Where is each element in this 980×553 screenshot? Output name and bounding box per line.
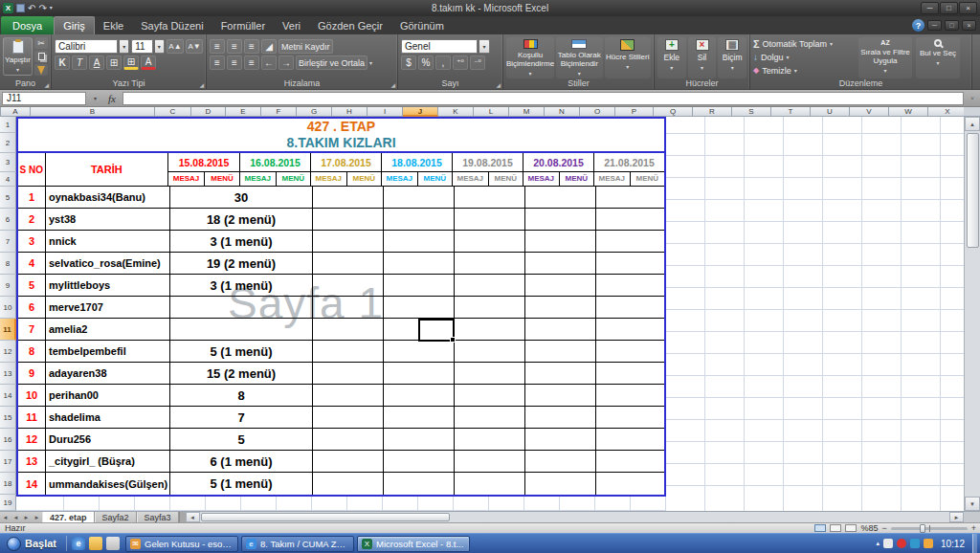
player-name-cell[interactable]: yst38 — [46, 209, 170, 230]
zoom-level[interactable]: %85 — [860, 523, 878, 533]
empty-cells[interactable] — [312, 429, 664, 450]
restore-button[interactable]: □ — [940, 2, 958, 14]
taskbar-window-button[interactable]: ✉ Gelen Kutusu - esoylu - Mi... — [125, 536, 238, 552]
column-header[interactable]: N — [545, 107, 580, 117]
next-sheet-icon[interactable]: ► — [21, 512, 32, 522]
column-header[interactable]: U — [811, 107, 850, 117]
expand-formula-bar-icon[interactable]: ˅ — [967, 96, 978, 101]
tray-network-icon[interactable] — [910, 539, 920, 548]
column-header[interactable]: K — [438, 107, 474, 117]
row-number-cell[interactable]: 14 — [18, 473, 46, 495]
data-table[interactable]: 427 . ETAP 8.TAKIM KIZLARI S NO TARİH 15… — [16, 117, 666, 497]
table-row[interactable]: 13 _citygirl_ (Büşra) 6 (1 menü) — [18, 451, 664, 473]
horizontal-scroll-track[interactable] — [200, 512, 949, 522]
dialog-launcher-icon[interactable]: ◢ — [199, 81, 204, 88]
tray-alert-icon[interactable] — [897, 539, 906, 548]
sort-filter-button[interactable]: AZ Sırala ve Filtre Uygula ▾ — [858, 37, 912, 78]
score-cell[interactable] — [170, 319, 312, 340]
row-number-cell[interactable]: 8 — [18, 341, 46, 362]
row-header[interactable]: 10 — [0, 297, 16, 319]
ribbon-tab[interactable]: Sayfa Düzeni — [132, 16, 212, 34]
row-header[interactable]: 5 — [0, 187, 16, 209]
taskbar-clock[interactable]: 10:12 — [937, 539, 969, 549]
align-middle-button[interactable]: ≡ — [227, 39, 242, 54]
mesaj-header-cell[interactable]: MESAJ — [240, 172, 276, 186]
autosum-button[interactable]: Σ Otomatik Toplam ▾ — [753, 37, 855, 50]
date-header-cell[interactable]: 21.08.2015 — [594, 153, 664, 172]
formula-input[interactable] — [122, 92, 964, 105]
underline-button[interactable]: A — [89, 55, 104, 70]
cell-styles-button[interactable]: Hücre Stilleri ▾ — [605, 37, 652, 78]
scroll-right-icon[interactable]: ► — [949, 512, 964, 522]
page-break-view-icon[interactable] — [845, 524, 857, 532]
date-column[interactable]: 20.08.2015 MESAJ MENÜ — [523, 153, 593, 186]
accounting-format-button[interactable]: $ — [401, 55, 416, 70]
row-number-cell[interactable]: 7 — [18, 319, 46, 340]
scroll-left-icon[interactable]: ◄ — [186, 512, 200, 522]
insert-function-icon[interactable]: fx — [104, 93, 120, 104]
ribbon-tab[interactable]: Giriş — [54, 16, 95, 34]
zoom-slider[interactable] — [891, 527, 968, 530]
decrease-indent-button[interactable]: ← — [261, 55, 277, 70]
column-header[interactable]: L — [474, 107, 509, 117]
number-format-select[interactable]: Genel — [401, 39, 478, 54]
column-header[interactable]: X — [928, 107, 964, 117]
format-as-table-button[interactable]: Tablo Olarak Biçimlendir ▾ — [556, 37, 603, 78]
column-header[interactable]: E — [226, 107, 261, 117]
date-column[interactable]: 16.08.2015 MESAJ MENÜ — [239, 153, 310, 186]
find-select-button[interactable]: Bul ve Seç ▾ — [916, 37, 960, 78]
menu-header-cell[interactable]: MENÜ — [204, 172, 239, 186]
insert-cells-button[interactable]: + Ekle ▾ — [657, 37, 686, 78]
column-header[interactable]: V — [850, 107, 889, 117]
score-cell[interactable]: 18 (2 menü) — [170, 209, 312, 230]
align-center-button[interactable]: ≡ — [227, 55, 242, 70]
tab-dosya[interactable]: Dosya — [1, 16, 54, 34]
date-header-cell[interactable]: 20.08.2015 — [523, 153, 593, 172]
menu-header-cell[interactable]: MENÜ — [417, 172, 453, 186]
table-row[interactable]: 2 yst38 18 (2 menü) — [18, 209, 664, 231]
date-column[interactable]: 21.08.2015 MESAJ MENÜ — [593, 153, 664, 186]
score-cell[interactable]: 3 (1 menü) — [170, 275, 312, 296]
column-header[interactable]: P — [615, 107, 654, 117]
date-column[interactable]: 15.08.2015 MESAJ MENÜ — [168, 153, 239, 186]
row-header[interactable]: 11 — [0, 319, 16, 341]
score-cell[interactable] — [170, 297, 312, 318]
row-number-cell[interactable]: 5 — [18, 275, 46, 296]
align-bottom-button[interactable]: ≡ — [244, 39, 259, 54]
dialog-launcher-icon[interactable]: ◢ — [390, 81, 395, 88]
row-number-cell[interactable]: 4 — [18, 253, 46, 274]
name-box-arrow-icon[interactable]: ▾ — [89, 92, 101, 105]
row-header[interactable]: 2 — [0, 133, 16, 153]
font-family-select[interactable]: Calibri — [55, 39, 118, 54]
empty-cells[interactable] — [312, 473, 664, 495]
horizontal-scroll-thumb[interactable] — [201, 513, 450, 521]
dialog-launcher-icon[interactable]: ◢ — [44, 81, 49, 88]
chevron-down-icon[interactable]: ▾ — [479, 39, 490, 54]
show-desktop-button[interactable] — [972, 534, 977, 553]
tray-app-icon[interactable] — [883, 539, 893, 548]
column-header[interactable]: R — [693, 107, 732, 117]
row-number-cell[interactable]: 10 — [18, 385, 46, 406]
menu-header-cell[interactable]: MENÜ — [630, 172, 665, 186]
row-header[interactable]: 16 — [0, 429, 16, 451]
row-number-cell[interactable]: 2 — [18, 209, 46, 230]
row-header[interactable]: 17 — [0, 451, 16, 473]
workbook-restore-button[interactable]: □ — [945, 20, 959, 31]
score-cell[interactable]: 6 (1 menü) — [170, 451, 312, 472]
column-header[interactable]: I — [368, 107, 403, 117]
empty-cells-right[interactable] — [666, 117, 964, 511]
normal-view-icon[interactable] — [814, 524, 826, 532]
column-header[interactable]: G — [297, 107, 332, 117]
sheet-tab[interactable]: 427. etap — [42, 512, 95, 523]
row-header[interactable]: 15 — [0, 407, 16, 429]
ribbon-tab[interactable]: Görünüm — [391, 16, 453, 34]
row-header[interactable]: 7 — [0, 231, 16, 253]
align-right-button[interactable]: ≡ — [244, 55, 259, 70]
browser-quicklaunch-icon[interactable]: e — [72, 537, 85, 550]
tarih-header-cell[interactable]: TARİH — [46, 153, 168, 186]
row-number-cell[interactable]: 6 — [18, 297, 46, 318]
tray-volume-icon[interactable] — [924, 539, 933, 548]
empty-cells-bottom[interactable] — [16, 495, 666, 511]
percent-style-button[interactable]: % — [418, 55, 434, 70]
player-name-cell[interactable]: ummandakises(Gülşen) — [46, 473, 170, 495]
